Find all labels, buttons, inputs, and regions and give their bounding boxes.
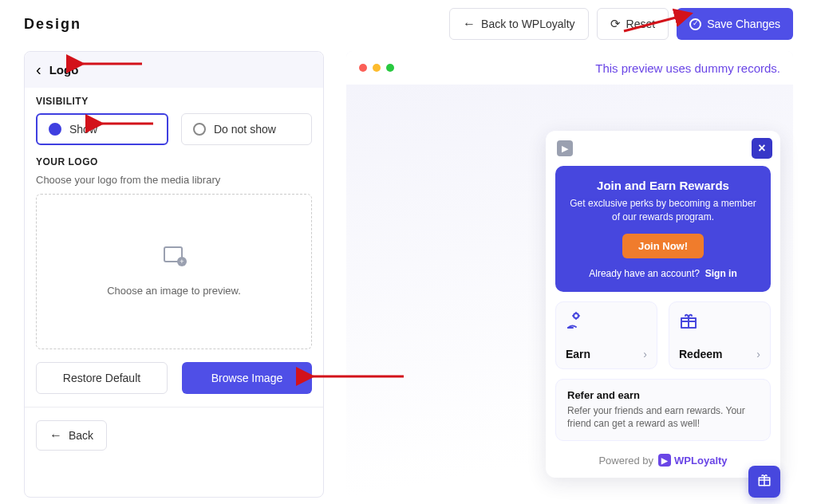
back-to-wployalty-button[interactable]: Back to WPLoyalty [449,8,589,40]
window-dot-red-icon [359,64,367,72]
visibility-option-hide[interactable]: Do not show [181,113,312,145]
restore-default-button[interactable]: Restore Default [36,362,168,394]
reset-button[interactable]: Reset [597,8,669,40]
rewards-widget: ▶ × Join and Earn Rewards Get exclusive … [546,131,780,478]
widget-close-button[interactable]: × [752,138,772,159]
logo-dropzone[interactable]: + Choose an image to preview. [36,194,312,349]
join-card: Join and Earn Rewards Get exclusive perk… [555,166,771,292]
powered-by: Powered by ▶ WPLoyalty [546,441,780,478]
join-title: Join and Earn Rewards [566,179,760,192]
reset-icon [610,17,621,31]
earn-icon [566,312,647,333]
arrow-left-icon [463,17,476,31]
chevron-left-icon [36,61,41,78]
browse-image-label: Browse Image [211,372,282,384]
page-title: Design [24,16,81,33]
refer-card[interactable]: Refer and earn Refer your friends and ea… [555,379,771,442]
browse-image-button[interactable]: Browse Image [182,362,312,394]
redeem-tile[interactable]: Redeem › [669,301,771,369]
rewards-launcher-button[interactable] [748,466,780,498]
radio-icon [193,123,206,136]
powered-brand-label: WPLoyalty [674,455,727,467]
earn-label: Earn [566,348,590,360]
window-dot-yellow-icon [373,64,381,72]
redeem-icon [679,312,760,333]
visibility-section: VISIBILITY Show Do not show [25,88,323,148]
signin-link[interactable]: Sign in [705,268,737,279]
widget-logo-icon: ▶ [557,140,573,156]
logo-section: YOUR LOGO Choose your logo from the medi… [25,148,323,362]
chevron-right-icon: › [756,348,760,360]
preview-titlebar: This preview uses dummy records. [346,51,793,85]
save-changes-button[interactable]: Save Changes [677,8,793,40]
header-actions: Back to WPLoyalty Reset Save Changes [449,8,793,40]
redeem-label: Redeem [679,348,722,360]
window-dot-green-icon [386,64,394,72]
signin-row: Already have an account? Sign in [566,268,760,279]
join-now-button[interactable]: Join Now! [622,234,704,258]
visibility-label: VISIBILITY [36,96,312,107]
visibility-show-label: Show [69,123,97,136]
arrow-left-icon [49,428,62,443]
preview-note: This preview uses dummy records. [595,61,780,75]
brand-mark-icon: ▶ [658,454,671,467]
signin-prompt: Already have an account? [589,268,700,279]
your-logo-desc: Choose your logo from the media library [36,174,312,186]
powered-prefix: Powered by [598,455,653,467]
refer-title: Refer and earn [567,389,759,401]
dropzone-text: Choose an image to preview. [107,285,241,297]
save-changes-label: Save Changes [707,18,780,30]
join-desc: Get exclusive perks by becoming a member… [566,197,760,224]
check-circle-icon [689,18,701,30]
preview-panel: This preview uses dummy records. ▶ × Joi… [346,51,793,498]
panel-title: Logo [49,63,79,77]
back-to-wployalty-label: Back to WPLoyalty [481,18,575,30]
divider [25,407,323,408]
earn-tile[interactable]: Earn › [555,301,657,369]
reset-label: Reset [626,18,656,30]
refer-desc: Refer your friends and earn rewards. You… [567,404,759,431]
powered-brand-link[interactable]: ▶ WPLoyalty [658,454,727,467]
your-logo-label: YOUR LOGO [36,156,312,167]
back-button[interactable]: Back [36,420,107,451]
visibility-option-show[interactable]: Show [36,113,168,145]
settings-panel: Logo VISIBILITY Show Do not show YOUR LO… [24,51,324,498]
radio-icon [49,123,61,136]
back-label: Back [69,429,93,442]
chevron-right-icon: › [643,348,647,360]
visibility-hide-label: Do not show [214,123,276,136]
window-dots [359,64,394,72]
restore-default-label: Restore Default [63,372,140,384]
image-placeholder-icon: + [164,246,184,264]
gift-icon [757,473,772,491]
panel-breadcrumb[interactable]: Logo [25,52,323,88]
